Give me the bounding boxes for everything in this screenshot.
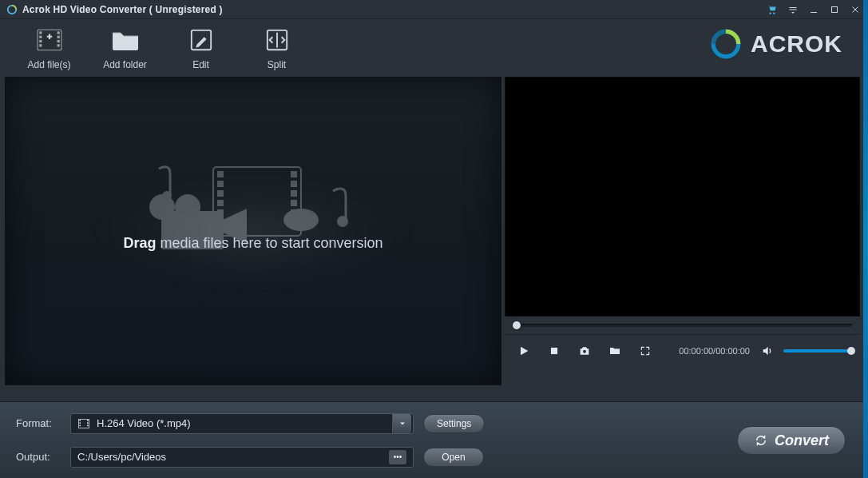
close-icon[interactable]	[849, 3, 862, 16]
split-label: Split	[268, 59, 286, 70]
split-button[interactable]: Split	[239, 27, 315, 70]
cart-icon[interactable]	[766, 3, 779, 16]
output-form: Format: H.264 Video (*.mp4) Settings Out…	[16, 413, 485, 468]
main-toolbar: Add file(s) Add folder Edit Split	[0, 19, 868, 77]
svg-rect-42	[87, 424, 89, 426]
dropzone-artwork: Drag media files here to start conversio…	[85, 151, 421, 311]
svg-rect-23	[291, 181, 297, 187]
svg-point-31	[162, 191, 172, 201]
edit-icon	[187, 27, 216, 53]
seek-bar[interactable]	[505, 317, 860, 334]
svg-point-35	[583, 349, 586, 353]
svg-rect-39	[79, 424, 81, 426]
svg-rect-2	[832, 6, 838, 12]
svg-rect-9	[57, 36, 59, 38]
app-logo-icon	[6, 4, 18, 15]
output-path-value: C:/Users/pc/Videos	[77, 451, 166, 463]
convert-button[interactable]: Convert	[737, 426, 846, 455]
svg-rect-38	[79, 422, 81, 424]
main-area: Drag media files here to start conversio…	[0, 77, 868, 385]
svg-rect-16	[217, 171, 224, 177]
folder-icon	[111, 27, 140, 53]
svg-rect-22	[291, 171, 297, 177]
svg-rect-18	[217, 190, 224, 197]
window-title: Acrok HD Video Converter ( Unregistered …	[22, 4, 223, 15]
drop-label-rest: media files here to start conversion	[156, 235, 382, 251]
open-button[interactable]: Open	[423, 448, 484, 467]
add-folder-button[interactable]: Add folder	[87, 27, 163, 70]
svg-point-33	[283, 209, 319, 231]
seek-thumb[interactable]	[513, 321, 521, 329]
svg-rect-5	[39, 36, 42, 38]
play-button[interactable]	[513, 340, 535, 362]
drop-label-bold: Drag	[123, 235, 156, 251]
brand-logo-icon	[709, 27, 743, 61]
timecode: 00:00:00/00:00:00	[679, 346, 750, 356]
settings-label: Settings	[437, 418, 471, 429]
format-select[interactable]: H.264 Video (*.mp4)	[70, 413, 414, 434]
split-icon	[263, 27, 291, 53]
preview-column: 00:00:00/00:00:00	[505, 77, 860, 385]
stop-button[interactable]	[543, 340, 565, 362]
menu-dropdown-icon[interactable]	[787, 3, 799, 16]
brand-name: ACROK	[751, 30, 842, 58]
svg-rect-7	[39, 44, 42, 46]
format-label: Format:	[16, 417, 61, 429]
video-preview	[505, 77, 860, 317]
drop-label: Drag media files here to start conversio…	[85, 235, 421, 252]
convert-label: Convert	[775, 432, 829, 449]
browse-dots: •••	[394, 452, 402, 461]
settings-button[interactable]: Settings	[423, 414, 485, 433]
format-value: H.264 Video (*.mp4)	[97, 417, 191, 429]
open-label: Open	[442, 452, 465, 463]
svg-rect-41	[87, 422, 89, 424]
player-controls: 00:00:00/00:00:00	[505, 334, 860, 366]
svg-point-32	[337, 216, 348, 227]
fullscreen-button[interactable]	[634, 340, 656, 362]
svg-rect-40	[87, 420, 89, 421]
add-files-button[interactable]: Add file(s)	[11, 27, 87, 70]
edit-label: Edit	[192, 59, 209, 70]
refresh-icon	[754, 433, 768, 448]
volume-thumb[interactable]	[847, 347, 855, 355]
output-row: Output: C:/Users/pc/Videos ••• Open	[16, 447, 485, 468]
svg-rect-10	[57, 40, 59, 42]
format-row: Format: H.264 Video (*.mp4) Settings	[16, 413, 485, 434]
format-dropdown-icon[interactable]	[392, 414, 411, 433]
snapshot-button[interactable]	[573, 340, 596, 362]
brand-area: ACROK	[709, 27, 857, 61]
svg-rect-24	[291, 190, 297, 197]
svg-rect-11	[57, 44, 59, 46]
svg-rect-37	[79, 420, 81, 421]
volume-slider[interactable]	[783, 349, 852, 353]
titlebar: Acrok HD Video Converter ( Unregistered …	[0, 0, 868, 19]
maximize-icon[interactable]	[828, 3, 841, 16]
svg-rect-17	[217, 181, 224, 187]
open-folder-button[interactable]	[604, 340, 626, 362]
add-folder-label: Add folder	[103, 59, 147, 70]
seek-track[interactable]	[513, 324, 852, 327]
svg-rect-4	[39, 31, 42, 34]
add-files-label: Add file(s)	[27, 59, 70, 70]
svg-point-30	[175, 194, 200, 220]
film-add-icon	[35, 27, 64, 53]
svg-rect-6	[39, 40, 42, 42]
bottom-panel: Format: H.264 Video (*.mp4) Settings Out…	[0, 401, 863, 478]
browse-button[interactable]: •••	[389, 450, 406, 464]
svg-rect-34	[551, 347, 557, 353]
edit-button[interactable]: Edit	[163, 27, 239, 70]
svg-rect-8	[57, 31, 59, 34]
minimize-icon[interactable]	[807, 3, 820, 16]
svg-rect-1	[811, 12, 817, 13]
svg-rect-25	[291, 200, 297, 206]
right-accent-strip	[863, 0, 868, 478]
output-label: Output:	[16, 451, 61, 463]
volume-icon[interactable]	[756, 340, 779, 362]
output-path-input[interactable]: C:/Users/pc/Videos •••	[70, 447, 414, 468]
format-film-icon	[77, 417, 90, 430]
svg-rect-19	[217, 200, 224, 206]
file-drop-zone[interactable]: Drag media files here to start conversio…	[5, 77, 501, 385]
